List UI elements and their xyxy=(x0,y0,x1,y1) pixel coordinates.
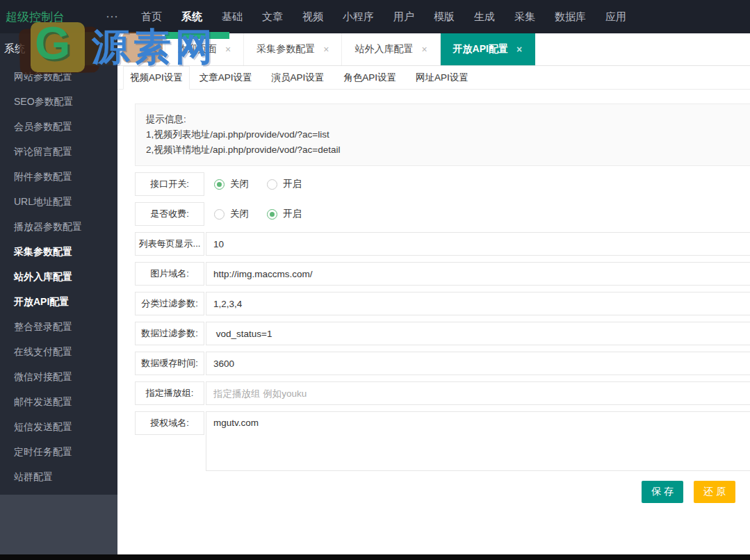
window-tab[interactable]: 采集参数配置× xyxy=(244,33,342,65)
sidebar-item[interactable]: URL地址配置 xyxy=(0,189,117,214)
sidebar-item[interactable]: 采集参数配置 xyxy=(0,239,117,264)
sidebar-item[interactable]: 附件参数配置 xyxy=(0,164,117,189)
sidebar-item[interactable]: 邮件发送配置 xyxy=(0,389,117,414)
sidebar: 系统 网站参数配置SEO参数配置会员参数配置评论留言配置附件参数配置URL地址配… xyxy=(0,33,117,554)
nav-item[interactable]: 用户 xyxy=(384,0,424,33)
text-input[interactable] xyxy=(206,322,750,345)
main-nav: 首页系统基础文章视频小程序用户模版生成采集数据库应用 xyxy=(131,0,636,33)
field-label: 数据缓存时间: xyxy=(135,352,204,375)
api-settings-form: 接口开关:关闭开启是否收费:关闭开启列表每页显示...图片域名:分类过滤参数:数… xyxy=(135,172,750,471)
restore-button[interactable]: 还 原 xyxy=(694,481,735,503)
radio-option[interactable]: 关闭 xyxy=(214,208,249,220)
sidebar-item[interactable]: 评论留言配置 xyxy=(0,139,117,164)
form-row: 数据过滤参数: xyxy=(135,322,750,345)
tip-line: 2,视频详情地址/api.php/provide/vod/?ac=detail xyxy=(146,142,750,158)
window-tab-label: 站外入库配置 xyxy=(354,43,413,56)
collapse-menu-icon[interactable]: ⋯ xyxy=(106,9,119,24)
main-content: 视频API设置文章API设置演员API设置角色API设置网址API设置 提示信息… xyxy=(117,66,750,554)
window-tab[interactable]: 欢迎页面× xyxy=(165,33,244,65)
text-input[interactable] xyxy=(206,381,750,405)
nav-item[interactable]: 文章 xyxy=(252,0,293,33)
tip-line: 提示信息: xyxy=(146,112,750,127)
content-tab[interactable]: 文章API设置 xyxy=(190,67,262,89)
window-tab-label: 欢迎页面 xyxy=(178,43,217,56)
content-tab[interactable]: 视频API设置 xyxy=(123,66,190,90)
radio-group: 关闭开启 xyxy=(214,172,302,196)
sidebar-item[interactable]: 在线支付配置 xyxy=(0,339,117,364)
radio-label: 关闭 xyxy=(230,208,249,220)
nav-item[interactable]: 生成 xyxy=(464,0,505,33)
content-tab[interactable]: 网址API设置 xyxy=(406,67,478,89)
nav-item[interactable]: 数据库 xyxy=(545,0,596,33)
nav-item[interactable]: 小程序 xyxy=(333,0,384,33)
radio-label: 开启 xyxy=(283,208,302,220)
bottom-strip xyxy=(0,554,750,560)
radio-option[interactable]: 关闭 xyxy=(214,178,249,190)
radio-icon[interactable] xyxy=(214,209,225,220)
brand-title: 超级控制台 xyxy=(6,9,97,25)
form-actions: 保 存 还 原 xyxy=(117,481,750,503)
radio-option[interactable]: 开启 xyxy=(267,208,302,220)
window-tab[interactable]: 站外入库配置× xyxy=(342,33,440,65)
window-tabs: 欢迎页面×采集参数配置×站外入库配置×开放API配置× xyxy=(165,33,535,65)
field-label: 图片域名: xyxy=(135,262,204,286)
content-tab[interactable]: 角色API设置 xyxy=(334,67,406,89)
sidebar-item[interactable]: 站群配置 xyxy=(0,464,117,489)
tab-close-icon[interactable]: × xyxy=(421,44,427,55)
nav-item[interactable]: 基础 xyxy=(212,0,252,33)
sidebar-item[interactable]: 会员参数配置 xyxy=(0,114,117,139)
radio-icon[interactable] xyxy=(267,179,277,190)
radio-label: 关闭 xyxy=(230,178,249,190)
radio-icon[interactable] xyxy=(267,209,277,220)
form-row: 分类过滤参数: xyxy=(135,292,750,315)
sidebar-item[interactable]: 网站参数配置 xyxy=(0,64,117,89)
top-navbar: 超级控制台 ⋯ 首页系统基础文章视频小程序用户模版生成采集数据库应用 xyxy=(0,0,750,33)
sidebar-item[interactable]: 微信对接配置 xyxy=(0,364,117,389)
field-label: 接口开关: xyxy=(135,172,204,196)
radio-label: 开启 xyxy=(283,178,302,190)
text-input[interactable] xyxy=(206,232,750,256)
tab-close-icon[interactable]: × xyxy=(516,44,522,55)
text-input[interactable] xyxy=(206,262,750,286)
nav-item[interactable]: 系统 xyxy=(172,0,212,33)
tab-close-icon[interactable]: × xyxy=(225,44,231,55)
nav-item[interactable]: 视频 xyxy=(293,0,333,33)
form-row: 列表每页显示... xyxy=(135,232,750,256)
form-row: 指定播放组: xyxy=(135,381,750,405)
text-input[interactable] xyxy=(206,352,750,375)
sidebar-item[interactable]: 定时任务配置 xyxy=(0,439,117,464)
form-row: 是否收费:关闭开启 xyxy=(135,202,750,226)
tab-scroll-left-icon[interactable]: < xyxy=(117,33,165,65)
window-tab-label: 开放API配置 xyxy=(453,43,508,56)
sidebar-menu-panel: 系统 网站参数配置SEO参数配置会员参数配置评论留言配置附件参数配置URL地址配… xyxy=(0,33,117,495)
window-tab[interactable]: 开放API配置× xyxy=(441,33,536,65)
save-button[interactable]: 保 存 xyxy=(642,481,683,503)
radio-option[interactable]: 开启 xyxy=(267,178,302,190)
sidebar-item[interactable]: 站外入库配置 xyxy=(0,264,117,289)
nav-item[interactable]: 应用 xyxy=(596,0,636,33)
sidebar-menu: 网站参数配置SEO参数配置会员参数配置评论留言配置附件参数配置URL地址配置播放… xyxy=(0,64,117,489)
radio-group: 关闭开启 xyxy=(214,202,302,226)
field-label: 指定播放组: xyxy=(135,381,204,405)
nav-item[interactable]: 采集 xyxy=(505,0,545,33)
sidebar-item[interactable]: 播放器参数配置 xyxy=(0,214,117,239)
window-tab-label: 采集参数配置 xyxy=(256,43,315,56)
sidebar-item[interactable]: SEO参数配置 xyxy=(0,89,117,114)
sidebar-item[interactable]: 短信发送配置 xyxy=(0,414,117,439)
nav-item[interactable]: 首页 xyxy=(131,0,172,33)
tab-close-icon[interactable]: × xyxy=(323,44,329,55)
field-label: 授权域名: xyxy=(135,411,204,435)
api-tabs: 视频API设置文章API设置演员API设置角色API设置网址API设置 xyxy=(117,66,750,90)
radio-icon[interactable] xyxy=(214,179,225,190)
textarea-input[interactable] xyxy=(206,411,750,471)
field-label: 是否收费: xyxy=(135,202,204,226)
nav-item[interactable]: 模版 xyxy=(424,0,464,33)
sidebar-item[interactable]: 整合登录配置 xyxy=(0,314,117,339)
form-row: 接口开关:关闭开启 xyxy=(135,172,750,196)
tip-line: 1,视频列表地址/api.php/provide/vod/?ac=list xyxy=(146,127,750,142)
form-row: 授权域名: xyxy=(135,411,750,471)
text-input[interactable] xyxy=(206,292,750,315)
content-tab[interactable]: 演员API设置 xyxy=(262,67,334,89)
window-tabbar: < 欢迎页面×采集参数配置×站外入库配置×开放API配置× xyxy=(117,33,750,66)
sidebar-item[interactable]: 开放API配置 xyxy=(0,289,117,314)
